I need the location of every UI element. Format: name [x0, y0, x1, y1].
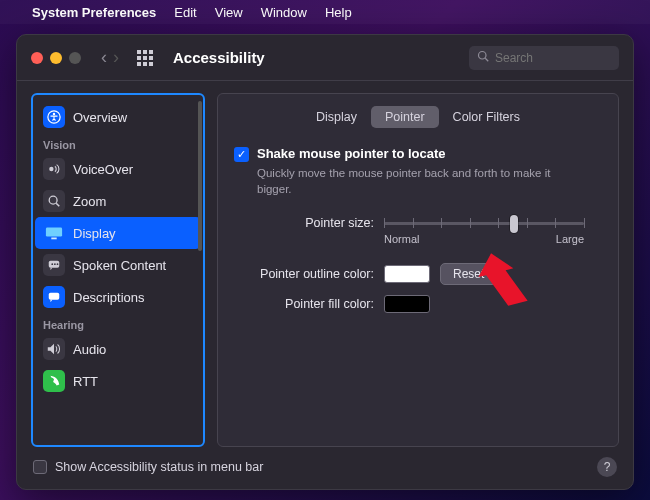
svg-rect-13 — [49, 293, 60, 300]
svg-line-6 — [56, 203, 59, 206]
search-input[interactable] — [495, 51, 611, 65]
shake-to-locate-checkbox[interactable]: ✓ — [234, 147, 249, 162]
svg-rect-8 — [51, 238, 56, 240]
sidebar-header-hearing: Hearing — [35, 313, 201, 333]
window-title: Accessibility — [173, 49, 265, 66]
forward-button[interactable]: › — [113, 47, 119, 68]
tab-color-filters[interactable]: Color Filters — [439, 106, 534, 128]
search-field[interactable] — [469, 46, 619, 70]
help-button[interactable]: ? — [597, 457, 617, 477]
menu-window[interactable]: Window — [261, 5, 307, 20]
slider-thumb[interactable] — [510, 215, 518, 233]
sidebar-item-label: Zoom — [73, 194, 106, 209]
back-button[interactable]: ‹ — [101, 47, 107, 68]
svg-rect-7 — [46, 228, 62, 237]
svg-point-5 — [49, 196, 57, 204]
svg-point-12 — [57, 263, 59, 265]
sidebar-item-label: Descriptions — [73, 290, 145, 305]
outline-color-label: Pointer outline color: — [234, 267, 374, 281]
svg-point-4 — [49, 167, 53, 171]
content-panel: Display Pointer Color Filters ✓ Shake mo… — [217, 93, 619, 447]
nav-buttons: ‹ › — [101, 47, 119, 68]
sidebar-item-zoom[interactable]: Zoom — [35, 185, 201, 217]
titlebar: ‹ › Accessibility — [17, 35, 633, 81]
tab-pointer[interactable]: Pointer — [371, 106, 439, 128]
tab-bar: Display Pointer Color Filters — [234, 106, 602, 128]
display-icon — [43, 222, 65, 244]
pointer-size-label: Pointer size: — [234, 216, 374, 230]
show-all-button[interactable] — [137, 50, 153, 66]
shake-to-locate-label: Shake mouse pointer to locate — [257, 146, 446, 161]
svg-point-10 — [51, 263, 53, 265]
descriptions-icon — [43, 286, 65, 308]
sidebar-item-overview[interactable]: Overview — [35, 101, 201, 133]
tab-display[interactable]: Display — [302, 106, 371, 128]
search-icon — [477, 50, 489, 65]
zoom-icon — [43, 190, 65, 212]
sidebar-item-spoken-content[interactable]: Spoken Content — [35, 249, 201, 281]
sidebar-item-voiceover[interactable]: VoiceOver — [35, 153, 201, 185]
sidebar-item-audio[interactable]: Audio — [35, 333, 201, 365]
outline-color-well[interactable] — [384, 265, 430, 283]
menu-help[interactable]: Help — [325, 5, 352, 20]
fill-color-label: Pointer fill color: — [234, 297, 374, 311]
shake-to-locate-hint: Quickly move the mouse pointer back and … — [257, 166, 557, 197]
sidebar-item-rtt[interactable]: RTT — [35, 365, 201, 397]
sidebar-item-display[interactable]: Display — [35, 217, 201, 249]
sidebar-item-label: Display — [73, 226, 116, 241]
sidebar-item-descriptions[interactable]: Descriptions — [35, 281, 201, 313]
window-controls — [31, 52, 81, 64]
spoken-content-icon — [43, 254, 65, 276]
status-in-menubar-checkbox[interactable] — [33, 460, 47, 474]
svg-point-11 — [54, 263, 56, 265]
status-in-menubar-label: Show Accessibility status in menu bar — [55, 460, 263, 474]
app-menu[interactable]: System Preferences — [32, 5, 156, 20]
svg-line-1 — [485, 58, 488, 61]
sidebar-item-label: RTT — [73, 374, 98, 389]
pointer-size-slider[interactable] — [384, 215, 584, 231]
svg-point-3 — [53, 113, 55, 115]
sidebar: Overview Vision VoiceOver Zoom Display S… — [31, 93, 205, 447]
menubar: System Preferences Edit View Window Help — [0, 0, 650, 24]
sidebar-item-label: Spoken Content — [73, 258, 166, 273]
fill-color-well[interactable] — [384, 295, 430, 313]
accessibility-icon — [43, 106, 65, 128]
menu-view[interactable]: View — [215, 5, 243, 20]
sidebar-item-label: VoiceOver — [73, 162, 133, 177]
minimize-window-button[interactable] — [50, 52, 62, 64]
slider-max-label: Large — [556, 233, 584, 245]
voiceover-icon — [43, 158, 65, 180]
sidebar-item-label: Overview — [73, 110, 127, 125]
preferences-window: ‹ › Accessibility Overview Vision VoiceO… — [16, 34, 634, 490]
menu-edit[interactable]: Edit — [174, 5, 196, 20]
reset-button[interactable]: Reset — [440, 263, 497, 285]
footer: Show Accessibility status in menu bar ? — [17, 447, 633, 489]
sidebar-header-vision: Vision — [35, 133, 201, 153]
rtt-icon — [43, 370, 65, 392]
svg-point-0 — [479, 52, 487, 60]
slider-min-label: Normal — [384, 233, 419, 245]
close-window-button[interactable] — [31, 52, 43, 64]
audio-icon — [43, 338, 65, 360]
zoom-window-button[interactable] — [69, 52, 81, 64]
sidebar-item-label: Audio — [73, 342, 106, 357]
